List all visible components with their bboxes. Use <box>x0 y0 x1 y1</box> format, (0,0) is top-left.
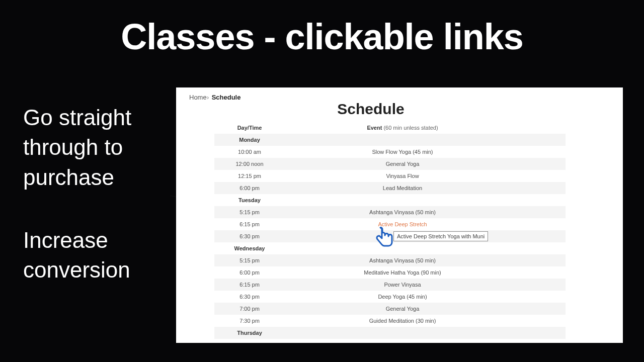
cell-event: Ashtanga Vinyasa (50 min) <box>285 206 520 218</box>
cell-blank <box>520 303 566 315</box>
schedule-page: Home› Schedule Schedule Day/TimeEvent (6… <box>176 87 623 343</box>
cell-blank <box>520 146 566 158</box>
table-row: 5:15 pmAshtanga Vinyasa (50 min) <box>214 254 566 266</box>
day-row: Tuesday <box>214 194 566 206</box>
pointer-cursor-icon <box>373 226 395 253</box>
cell-event[interactable]: Active Deep Stretch <box>285 218 520 230</box>
callout-line: conversion <box>23 255 130 285</box>
table-row: 6:00 pmMeditative Hatha Yoga (90 min) <box>214 266 566 279</box>
cell-time: 12:00 noon <box>214 158 285 170</box>
cell-time: 5:15 pm <box>214 206 285 218</box>
cell-event: Vinyasa Flow <box>285 170 520 182</box>
callout-purchase: Go straight through to purchase <box>23 103 131 192</box>
col-header-event: Event (60 min unless stated) <box>285 122 520 134</box>
cell-time: 5:15 pm <box>214 254 285 266</box>
cell-event: General Yoga <box>285 303 520 315</box>
cell-blank <box>520 218 566 230</box>
cell-blank <box>520 170 566 182</box>
link-tooltip: Active Deep Stretch Yoga with Muni <box>393 231 488 241</box>
page-title: Schedule <box>176 101 566 118</box>
cell-time: 7:00 pm <box>214 303 285 315</box>
cell-time: 6:30 pm <box>214 230 285 242</box>
callout-line: Increase <box>23 225 130 255</box>
day-row: Monday <box>214 134 566 146</box>
table-row: 12:15 pmVinyasa Flow <box>214 170 566 182</box>
day-label: Tuesday <box>214 194 285 206</box>
slide-title: Classes - clickable links <box>0 0 644 57</box>
day-row: Thursday <box>214 327 566 339</box>
cell-time: 6:00 pm <box>214 182 285 194</box>
cell-time: 7:30 pm <box>214 315 285 327</box>
table-row: 7:00 pmGeneral Yoga <box>214 303 566 315</box>
table-row: 7:30 pmGuided Meditation (30 min) <box>214 315 566 327</box>
cell-time: 6:15 pm <box>214 218 285 230</box>
cell-event: Ashtanga Vinyasa (50 min) <box>285 254 520 266</box>
table-header-row: Day/TimeEvent (60 min unless stated) <box>214 122 566 134</box>
breadcrumb-current: Schedule <box>212 94 241 101</box>
cell-event: Guided Meditation (30 min) <box>285 315 520 327</box>
cell-time: 12:15 pm <box>214 170 285 182</box>
cell-time: 6:30 pm <box>214 291 285 303</box>
table-row: 10:00 amSlow Flow Yoga (45 min) <box>214 146 566 158</box>
cell-blank <box>520 230 566 242</box>
col-header-blank <box>520 122 566 134</box>
cell-event: Deep Yoga (45 min) <box>285 291 520 303</box>
callout-line: through to <box>23 132 131 162</box>
cell-event: General Yoga <box>285 158 520 170</box>
cell-event: Slow Flow Yoga (45 min) <box>285 146 520 158</box>
cell-time: 6:00 pm <box>214 266 285 279</box>
table-row: 6:15 pmPower Vinyasa <box>214 279 566 291</box>
cell-blank <box>520 315 566 327</box>
cell-time: 10:00 am <box>214 146 285 158</box>
breadcrumb-home[interactable]: Home <box>189 94 207 101</box>
cell-blank <box>520 291 566 303</box>
cell-blank <box>520 254 566 266</box>
table-row: 12:00 noonGeneral Yoga <box>214 158 566 170</box>
cell-event: Power Vinyasa <box>285 279 520 291</box>
callout-conversion: Increase conversion <box>23 225 130 285</box>
cell-event: Lead Meditation <box>285 182 520 194</box>
cell-blank <box>520 206 566 218</box>
day-label: Thursday <box>214 327 285 339</box>
cell-blank <box>520 266 566 279</box>
table-row: 6:30 pmDeep Yoga (45 min) <box>214 291 566 303</box>
chevron-right-icon: › <box>207 94 208 101</box>
callout-line: Go straight <box>23 103 131 132</box>
breadcrumb: Home› Schedule <box>189 94 240 101</box>
table-row: 5:15 pmAshtanga Vinyasa (50 min) <box>214 206 566 218</box>
cell-time: 6:15 pm <box>214 279 285 291</box>
cell-blank <box>520 279 566 291</box>
day-label: Monday <box>214 134 285 146</box>
table-row: 6:00 pmLead Meditation <box>214 182 566 194</box>
cell-blank <box>520 182 566 194</box>
cell-event: Meditative Hatha Yoga (90 min) <box>285 266 520 279</box>
col-header-time: Day/Time <box>214 122 285 134</box>
cell-blank <box>520 158 566 170</box>
callout-line: purchase <box>23 162 131 192</box>
day-label: Wednesday <box>214 242 285 254</box>
